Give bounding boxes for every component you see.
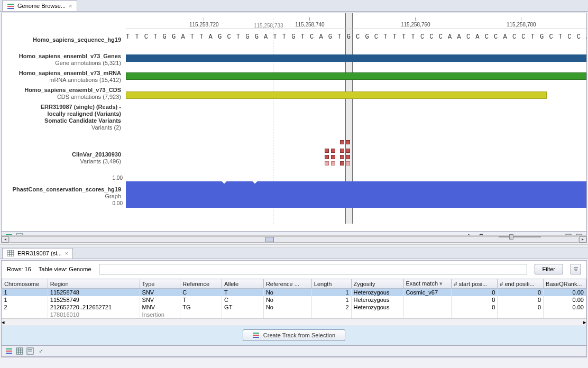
- track-err-name1: ERR319087 (single) (Reads) -: [2, 104, 121, 111]
- scroll-right-icon[interactable]: ▸: [583, 319, 586, 326]
- somatic-variant[interactable]: [340, 140, 344, 144]
- track-icon: [253, 332, 259, 339]
- track-seq-name: Homo_sapiens_sequence_hg19: [2, 36, 121, 43]
- track-phast-name: PhastCons_conservation_scores_hg19: [2, 186, 121, 193]
- table-view-label: Table view: Genome: [39, 266, 91, 272]
- track-cds-sub: CDS annotations (7,923): [2, 94, 121, 100]
- track-mrna-sub: mRNA annotations (15,412): [2, 77, 121, 84]
- th-end-pos[interactable]: # end positi...: [498, 279, 544, 289]
- scroll-right-icon[interactable]: ▸: [579, 236, 586, 243]
- track-icon: [7, 2, 14, 10]
- table-hscroll[interactable]: ◂ ▸: [2, 318, 586, 326]
- svg-rect-1: [7, 6, 14, 7]
- close-icon[interactable]: ×: [65, 250, 68, 256]
- svg-rect-0: [7, 4, 14, 5]
- tab-err-table[interactable]: ERR319087 (si... ×: [2, 248, 73, 259]
- clinvar-variant[interactable]: [346, 155, 350, 159]
- mrna-bar[interactable]: [126, 72, 586, 80]
- svg-rect-25: [253, 333, 259, 334]
- clinvar-variant[interactable]: [331, 161, 335, 165]
- track-genes-sub: Gene annotations (5,321): [2, 60, 121, 67]
- position-ruler[interactable]: 115,258,720 115,258,740 115,258,760 115,…: [126, 17, 586, 29]
- clinvar-variant[interactable]: [325, 155, 329, 159]
- create-track-label: Create Track from Selection: [263, 332, 335, 338]
- th-ref-allele[interactable]: Reference ...: [263, 279, 311, 289]
- graph-fill: [126, 181, 586, 208]
- th-chromosome[interactable]: Chromosome: [2, 279, 48, 289]
- create-track-row: Create Track from Selection: [2, 326, 586, 345]
- track-genes-name: Homo_sapiens_ensembl_v73_Genes: [2, 53, 121, 60]
- table-row[interactable]: 1115258748SNVCTNo1HeterozygousCosmic_v67…: [2, 289, 586, 297]
- filter-options-icon[interactable]: [571, 264, 581, 274]
- th-allele[interactable]: Allele: [222, 279, 264, 289]
- genome-browser-area[interactable]: 115,258,733 115,258,720 115,258,740 115,…: [2, 13, 586, 224]
- svg-rect-31: [16, 348, 23, 354]
- cds-bar[interactable]: [126, 91, 547, 99]
- rows-count: Rows: 16: [7, 266, 31, 272]
- sequence-row: T T C T G G A T T A G C T G G A T T G T …: [126, 33, 586, 41]
- table-row[interactable]: 178016010Insertion: [2, 311, 586, 318]
- table-icon: [7, 250, 14, 257]
- th-zygosity[interactable]: Zygosity: [351, 279, 403, 289]
- scroll-left-icon[interactable]: ◂: [2, 236, 9, 243]
- track-view-icon[interactable]: [5, 347, 13, 355]
- check-icon[interactable]: ✓: [36, 347, 45, 355]
- track-clinvar-name: ClinVar_20130930: [2, 151, 121, 158]
- svg-rect-30: [6, 353, 12, 354]
- th-type[interactable]: Type: [140, 279, 180, 289]
- th-start-pos[interactable]: # start posi...: [452, 279, 498, 289]
- th-exact-match[interactable]: Exact match ▾: [403, 279, 452, 289]
- clinvar-variant[interactable]: [340, 161, 344, 165]
- variant-table-pane: Rows: 16 Table view: Genome Filter Chrom…: [1, 260, 587, 357]
- clinvar-variant[interactable]: [346, 161, 350, 165]
- clinvar-variant[interactable]: [331, 149, 335, 153]
- table-row[interactable]: 2212652720..212652721MNVTGGTNo2Heterozyg…: [2, 303, 586, 311]
- tab-title: ERR319087 (si...: [17, 250, 62, 256]
- clinvar-variant[interactable]: [331, 155, 335, 159]
- table-tabbar: ERR319087 (si... ×: [0, 247, 588, 259]
- scroll-left-icon[interactable]: ◂: [2, 319, 5, 326]
- tracks-content[interactable]: T T C T G G A T T A G C T G G A T T G T …: [126, 29, 586, 224]
- th-region[interactable]: Region: [48, 279, 140, 289]
- phastcons-graph[interactable]: 1.00 0.00: [126, 176, 586, 208]
- clinvar-variant[interactable]: [325, 161, 329, 165]
- track-err-sub: Variants (2): [2, 124, 121, 131]
- track-clinvar-sub: Variants (3,496): [2, 158, 121, 165]
- genome-browser-pane: 115,258,733 115,258,720 115,258,740 115,…: [1, 13, 587, 243]
- overview-icon[interactable]: [26, 347, 34, 355]
- create-track-button[interactable]: Create Track from Selection: [243, 329, 345, 341]
- th-baseqrank[interactable]: BaseQRank...: [544, 279, 586, 289]
- svg-rect-17: [7, 250, 14, 256]
- svg-rect-26: [253, 335, 259, 336]
- track-err-name2: locally realigned (Variants): [2, 111, 121, 117]
- filter-button[interactable]: Filter: [535, 264, 563, 274]
- table-header-row[interactable]: Chromosome Region Type Reference Allele …: [2, 279, 586, 289]
- tab-title: Genome Browse...: [17, 3, 66, 9]
- somatic-variant[interactable]: [346, 140, 350, 144]
- graph-min-label: 0.00: [107, 200, 123, 206]
- table-toolbar: ✓: [2, 345, 586, 357]
- svg-rect-2: [7, 8, 14, 9]
- filter-input[interactable]: [99, 264, 527, 274]
- track-phast-sub: Graph: [2, 193, 121, 200]
- sort-desc-icon: ▾: [439, 280, 443, 287]
- zoom-slider[interactable]: [499, 236, 541, 237]
- gene-bar[interactable]: [126, 54, 586, 62]
- tab-genome-browser[interactable]: Genome Browse... ×: [2, 1, 77, 11]
- th-reference[interactable]: Reference: [180, 279, 222, 289]
- graph-max-label: 1.00: [107, 175, 123, 181]
- th-length[interactable]: Length: [311, 279, 351, 289]
- clinvar-variant[interactable]: [340, 155, 344, 159]
- table-view-icon[interactable]: [15, 347, 24, 355]
- clinvar-variant[interactable]: [325, 149, 329, 153]
- clinvar-variant[interactable]: [340, 149, 344, 153]
- svg-rect-27: [253, 337, 259, 338]
- track-err-name3: Somatic Candidate Variants: [2, 117, 121, 124]
- clinvar-variant[interactable]: [346, 149, 350, 153]
- svg-rect-28: [6, 348, 12, 349]
- variant-table[interactable]: Chromosome Region Type Reference Allele …: [2, 279, 586, 318]
- table-row[interactable]: 1115258749SNVTCNo1Heterozygous000.00: [2, 296, 586, 303]
- svg-rect-29: [6, 351, 12, 352]
- track-mrna-name: Homo_sapiens_ensembl_v73_mRNA: [2, 70, 121, 77]
- close-icon[interactable]: ×: [69, 3, 72, 9]
